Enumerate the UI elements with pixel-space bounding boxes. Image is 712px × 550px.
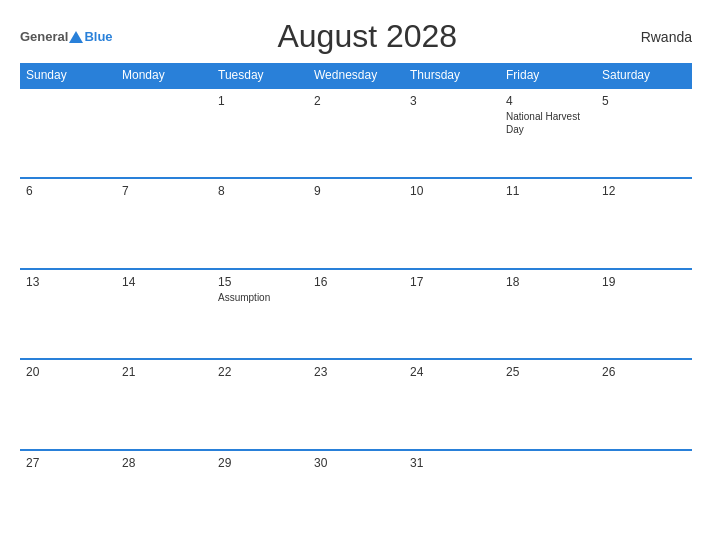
day-number: 1 — [218, 94, 302, 108]
day-number: 20 — [26, 365, 110, 379]
calendar-week-row: 131415Assumption16171819 — [20, 269, 692, 359]
day-number: 13 — [26, 275, 110, 289]
day-number: 26 — [602, 365, 686, 379]
day-number: 23 — [314, 365, 398, 379]
day-number: 5 — [602, 94, 686, 108]
calendar-cell: 28 — [116, 450, 212, 540]
calendar-week-row: 1234National Harvest Day5 — [20, 88, 692, 178]
calendar-cell: 11 — [500, 178, 596, 268]
day-number: 22 — [218, 365, 302, 379]
calendar-cell: 23 — [308, 359, 404, 449]
day-number: 11 — [506, 184, 590, 198]
calendar-cell: 6 — [20, 178, 116, 268]
calendar-cell: 18 — [500, 269, 596, 359]
day-number: 29 — [218, 456, 302, 470]
calendar-cell: 8 — [212, 178, 308, 268]
weekday-row: SundayMondayTuesdayWednesdayThursdayFrid… — [20, 63, 692, 88]
day-number: 18 — [506, 275, 590, 289]
day-number: 15 — [218, 275, 302, 289]
weekday-header: Tuesday — [212, 63, 308, 88]
calendar-cell — [20, 88, 116, 178]
weekday-header: Saturday — [596, 63, 692, 88]
day-number: 12 — [602, 184, 686, 198]
weekday-header: Monday — [116, 63, 212, 88]
header: General Blue August 2028 Rwanda — [20, 18, 692, 55]
day-number: 3 — [410, 94, 494, 108]
day-number: 7 — [122, 184, 206, 198]
calendar-cell — [116, 88, 212, 178]
calendar-cell: 20 — [20, 359, 116, 449]
day-number: 31 — [410, 456, 494, 470]
calendar-cell: 24 — [404, 359, 500, 449]
day-number: 16 — [314, 275, 398, 289]
calendar-cell: 2 — [308, 88, 404, 178]
calendar-header: SundayMondayTuesdayWednesdayThursdayFrid… — [20, 63, 692, 88]
calendar-cell: 15Assumption — [212, 269, 308, 359]
calendar-cell: 26 — [596, 359, 692, 449]
holiday-label: Assumption — [218, 291, 302, 304]
calendar-week-row: 2728293031 — [20, 450, 692, 540]
weekday-header: Thursday — [404, 63, 500, 88]
day-number: 10 — [410, 184, 494, 198]
calendar-cell: 21 — [116, 359, 212, 449]
calendar-cell: 29 — [212, 450, 308, 540]
calendar-cell: 22 — [212, 359, 308, 449]
day-number: 25 — [506, 365, 590, 379]
day-number: 21 — [122, 365, 206, 379]
calendar-week-row: 20212223242526 — [20, 359, 692, 449]
weekday-header: Friday — [500, 63, 596, 88]
day-number: 30 — [314, 456, 398, 470]
calendar-cell: 30 — [308, 450, 404, 540]
day-number: 14 — [122, 275, 206, 289]
day-number: 4 — [506, 94, 590, 108]
calendar-body: 1234National Harvest Day5678910111213141… — [20, 88, 692, 540]
calendar-cell: 10 — [404, 178, 500, 268]
weekday-header: Wednesday — [308, 63, 404, 88]
calendar-cell — [500, 450, 596, 540]
calendar-title: August 2028 — [113, 18, 622, 55]
day-number: 9 — [314, 184, 398, 198]
holiday-label: National Harvest Day — [506, 110, 590, 136]
calendar-cell: 13 — [20, 269, 116, 359]
calendar-cell: 7 — [116, 178, 212, 268]
country-label: Rwanda — [622, 29, 692, 45]
logo-triangle-icon — [69, 31, 83, 43]
calendar-cell: 1 — [212, 88, 308, 178]
calendar-cell: 17 — [404, 269, 500, 359]
calendar-cell: 12 — [596, 178, 692, 268]
day-number: 27 — [26, 456, 110, 470]
day-number: 17 — [410, 275, 494, 289]
calendar-cell: 9 — [308, 178, 404, 268]
calendar-cell: 14 — [116, 269, 212, 359]
day-number: 8 — [218, 184, 302, 198]
day-number: 28 — [122, 456, 206, 470]
calendar-table: SundayMondayTuesdayWednesdayThursdayFrid… — [20, 63, 692, 540]
day-number: 2 — [314, 94, 398, 108]
calendar-cell: 19 — [596, 269, 692, 359]
logo: General Blue — [20, 29, 113, 44]
calendar-cell: 25 — [500, 359, 596, 449]
calendar-cell: 5 — [596, 88, 692, 178]
calendar-page: General Blue August 2028 Rwanda SundayMo… — [0, 0, 712, 550]
calendar-week-row: 6789101112 — [20, 178, 692, 268]
day-number: 24 — [410, 365, 494, 379]
day-number: 19 — [602, 275, 686, 289]
weekday-header: Sunday — [20, 63, 116, 88]
calendar-cell: 3 — [404, 88, 500, 178]
logo-blue: Blue — [84, 29, 112, 44]
calendar-cell: 16 — [308, 269, 404, 359]
day-number: 6 — [26, 184, 110, 198]
calendar-cell: 4National Harvest Day — [500, 88, 596, 178]
logo-general: General — [20, 29, 68, 44]
calendar-cell: 27 — [20, 450, 116, 540]
calendar-cell: 31 — [404, 450, 500, 540]
calendar-cell — [596, 450, 692, 540]
